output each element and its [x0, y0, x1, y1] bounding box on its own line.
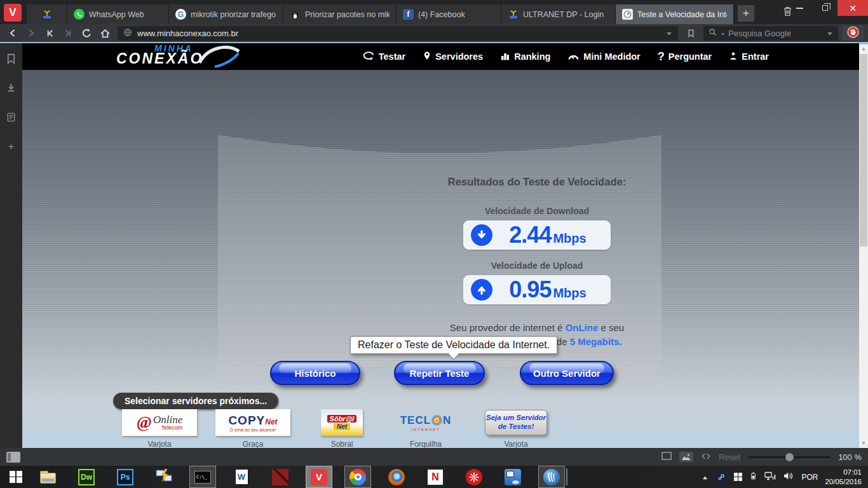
photoshop-button[interactable]: Ps	[112, 466, 139, 488]
system-settings-button[interactable]	[499, 466, 526, 488]
dota2-button[interactable]	[267, 466, 294, 488]
new-tab-button[interactable]: +	[738, 5, 754, 22]
history-button[interactable]: Histórico	[270, 361, 360, 385]
chrome-button[interactable]	[344, 466, 371, 488]
command-prompt-button[interactable]: C:\_	[189, 466, 216, 488]
start-button[interactable]	[3, 466, 29, 488]
server-item: @ OnlineTelecom Varjota	[118, 409, 201, 448]
teclon-logo[interactable]: TECL⏻N INTERNET	[400, 414, 452, 431]
zoom-slider-knob[interactable]	[785, 453, 794, 461]
page-body: Resultados do Teste de Velocidade: Veloc…	[22, 70, 859, 448]
zoom-reset-label[interactable]: Reset	[719, 452, 740, 462]
nav-ranking[interactable]: Ranking	[500, 51, 550, 63]
minha-conexao-logo[interactable]: MINHA CONEXÃO	[116, 44, 203, 66]
winbox-button[interactable]	[538, 466, 565, 488]
dreamweaver-button[interactable]: Dw	[73, 466, 100, 488]
clock[interactable]: 07:01 20/05/2016	[825, 468, 862, 487]
fast-forward-button[interactable]	[60, 25, 76, 41]
tab-pinned-router[interactable]	[27, 4, 67, 24]
tiling-arrows-icon[interactable]	[701, 451, 711, 463]
page-scrollbar[interactable]: ▲ ▼	[859, 43, 868, 448]
windows-tray-icon[interactable]	[734, 473, 742, 481]
repeat-test-button[interactable]: Repetir Teste	[394, 361, 485, 385]
capture-frame-icon[interactable]	[661, 451, 672, 463]
toggle-images-icon[interactable]	[679, 452, 693, 462]
home-button[interactable]	[97, 25, 113, 41]
vivaldi-menu-button[interactable]: V	[4, 4, 22, 22]
content-blocker-button[interactable]	[843, 25, 864, 41]
person-icon	[729, 51, 738, 63]
tab-speedtest-active[interactable]: Teste a Velocidade da Inter	[616, 4, 734, 24]
winscp-icon	[156, 468, 172, 486]
close-button[interactable]: ✕	[837, 0, 868, 16]
vivaldi-icon: V	[311, 469, 327, 485]
online-telecom-logo[interactable]: @ OnlineTelecom	[122, 409, 197, 436]
back-button[interactable]	[4, 25, 21, 41]
nav-label: Entrar	[742, 51, 769, 62]
volume-icon[interactable]	[783, 471, 794, 484]
search-engine-caret-icon[interactable]	[721, 29, 725, 38]
scroll-up-icon[interactable]: ▲	[861, 44, 866, 53]
nav-testar[interactable]: Testar	[362, 50, 405, 63]
nav-label: Perguntar	[668, 51, 712, 62]
url-dropdown-icon[interactable]	[666, 29, 672, 38]
firefox-icon	[388, 469, 405, 485]
scrollbar-thumb[interactable]	[860, 54, 867, 247]
server-item: TECL⏻N INTERNET Forquilha	[384, 409, 467, 448]
system-settings-icon	[505, 469, 521, 485]
photoscape-button[interactable]	[461, 466, 487, 488]
address-bar[interactable]: www.minhaconexao.com.br	[118, 26, 678, 41]
tab-google-search[interactable]: G mikrotik priorizar trafego -	[169, 4, 283, 24]
tab-ultranet[interactable]: ULTRANET DP - Login	[501, 4, 616, 24]
forward-button[interactable]	[23, 25, 39, 41]
search-field[interactable]: Pesquisa Google	[703, 26, 838, 41]
downloads-panel-icon[interactable]	[6, 83, 17, 96]
command-prompt-icon: C:\_	[194, 471, 211, 484]
hidden-icons-arrow[interactable]	[702, 471, 709, 483]
battery-icon[interactable]	[749, 470, 757, 484]
language-indicator[interactable]: POR	[801, 473, 818, 482]
add-web-panel-icon[interactable]: +	[8, 141, 14, 152]
power-icon: ⏻	[431, 415, 442, 426]
other-server-button[interactable]: Outro Servidor	[520, 361, 614, 385]
rewind-button[interactable]	[41, 25, 58, 41]
nav-servidores[interactable]: Servidores	[423, 50, 483, 63]
zoom-slider[interactable]	[748, 456, 831, 458]
restore-button[interactable]	[812, 0, 837, 16]
winscp-button[interactable]	[151, 466, 177, 488]
bookmarks-panel-icon[interactable]	[6, 53, 17, 67]
sobralnet-logo[interactable]: Sôbr@l Net	[321, 409, 363, 436]
nav-entrar[interactable]: Entrar	[729, 51, 769, 63]
firefox-button[interactable]	[383, 466, 410, 488]
file-explorer-button[interactable]	[34, 466, 61, 488]
become-server-button[interactable]: Seja um Servidor de Testes!	[485, 410, 547, 435]
tab-whatsapp[interactable]: WhatsApp Web	[67, 4, 169, 24]
site-header: MINHA CONEXÃO Testar Servidores	[22, 43, 859, 70]
word-button[interactable]: W	[228, 466, 255, 488]
nav-perguntar[interactable]: ? Perguntar	[658, 50, 712, 64]
tab-label: WhatsApp Web	[89, 10, 144, 19]
panel-toggle-icon[interactable]	[6, 452, 20, 463]
photoscape-icon	[466, 469, 482, 485]
search-dropdown-icon[interactable]	[827, 29, 833, 38]
windows-taskbar: Dw Ps C:\_ W V N	[0, 466, 868, 488]
vivaldi-taskbar-button[interactable]: V	[306, 466, 332, 488]
question-icon: ?	[658, 50, 665, 64]
reload-button[interactable]	[78, 25, 95, 41]
steam-icon[interactable]	[715, 471, 727, 483]
server-city: Forquilha	[384, 440, 467, 448]
minimize-button[interactable]	[787, 0, 812, 16]
copynet-logo[interactable]: COPYNet O sinal ao seu alcance!	[215, 409, 290, 436]
download-value: 2.44	[509, 222, 551, 248]
tab-mikrotik-forum[interactable]: Priorizar pacotes no mikroti	[283, 4, 397, 24]
tooltip: Refazer o Teste de Velocidade da Interne…	[350, 336, 557, 354]
scroll-down-icon[interactable]: ▼	[861, 439, 866, 448]
nav-mini-medidor[interactable]: Mini Medidor	[567, 51, 640, 62]
bookmark-page-button[interactable]	[682, 25, 699, 41]
notes-panel-icon[interactable]	[6, 112, 17, 125]
network-icon[interactable]	[764, 471, 776, 484]
tray-date: 20/05/2016	[825, 477, 862, 487]
netflix-button[interactable]: N	[422, 466, 449, 488]
logo-swoosh-icon	[196, 44, 243, 69]
tab-facebook[interactable]: f (4) Facebook	[397, 4, 501, 24]
